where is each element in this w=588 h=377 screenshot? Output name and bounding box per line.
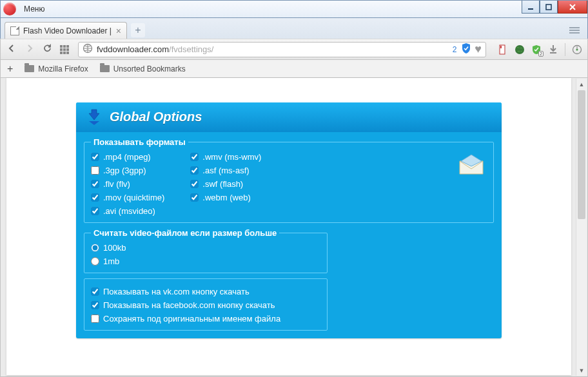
format2-2[interactable]: .swf (flash): [190, 179, 261, 189]
format-2-input[interactable]: [91, 180, 99, 188]
format-4-label: .avi (msvideo): [103, 206, 155, 216]
reload-button[interactable]: [42, 44, 54, 55]
format2-1-label: .asf (ms-asf): [202, 166, 249, 175]
format-3-input[interactable]: [91, 193, 99, 202]
size-fieldset: Считать video-файлом если размер больше …: [84, 228, 328, 273]
sync-icon[interactable]: [572, 44, 582, 55]
format2-0[interactable]: .wmv (ms-wmv): [190, 152, 261, 162]
back-button[interactable]: [6, 44, 17, 55]
scroll-up-arrow[interactable]: ▲: [576, 79, 587, 90]
misc-2-label: Сохранять под оригинальным именем файла: [103, 314, 280, 324]
settings-panel: Global Options Показывать форматы .mp4 (…: [76, 102, 502, 338]
misc-0[interactable]: Показывать на vk.com кнопку скачать: [91, 287, 320, 296]
format2-0-input[interactable]: [190, 153, 199, 161]
download-arrow-icon: [85, 108, 103, 126]
svg-rect-1: [546, 5, 551, 10]
misc-fieldset: Показывать на vk.com кнопку скачатьПоказ…: [84, 278, 328, 331]
window-maximize-button[interactable]: [540, 1, 558, 14]
window-close-button[interactable]: [558, 1, 587, 14]
misc-1-label: Показывать на facebook.com кнопку скачат…: [103, 300, 275, 310]
opera-menu-button[interactable]: [3, 3, 16, 15]
misc-1-input[interactable]: [91, 301, 99, 309]
svg-rect-4: [500, 46, 502, 48]
url-text: fvddownloader.com/fvdsettings/: [97, 44, 449, 54]
size-0-label: 100kb: [103, 243, 126, 253]
new-tab-button[interactable]: +: [131, 23, 145, 37]
bookmark-heart-icon[interactable]: ♥: [475, 43, 482, 56]
navigation-bar: fvddownloader.com/fvdsettings/ 2 ♥ 2: [0, 39, 588, 60]
forward-button[interactable]: [24, 44, 35, 55]
browser-tab[interactable]: Flash Video Downloader | ×: [5, 22, 127, 39]
size-1[interactable]: 1mb: [91, 256, 320, 266]
format-3[interactable]: .mov (quicktime): [91, 193, 164, 202]
bookmarks-bar: + Mozilla Firefox Unsorted Bookmarks: [0, 60, 588, 78]
format2-0-label: .wmv (ms-wmv): [202, 152, 261, 162]
extension-icon-shield[interactable]: 2: [531, 44, 542, 55]
window-titlebar: Меню: [0, 0, 588, 18]
size-legend: Считать video-файлом если размер больше: [91, 228, 279, 238]
bookmark-folder-2[interactable]: Unsorted Bookmarks: [100, 64, 186, 73]
bookmark-folder-1[interactable]: Mozilla Firefox: [24, 64, 88, 73]
extension-badge: 2: [538, 51, 544, 57]
format-1-input[interactable]: [91, 166, 99, 175]
format2-1[interactable]: .asf (ms-asf): [190, 166, 261, 175]
format-3-label: .mov (quicktime): [103, 193, 164, 202]
format2-3-label: .webm (web): [202, 193, 250, 202]
menu-label[interactable]: Меню: [19, 3, 50, 15]
folder-icon: [24, 65, 34, 72]
format-1[interactable]: .3gp (3gpp): [91, 166, 164, 175]
extension-icon-1[interactable]: [498, 44, 508, 55]
misc-2[interactable]: Сохранять под оригинальным именем файла: [91, 314, 320, 324]
size-0-input[interactable]: [91, 244, 99, 252]
formats-fieldset: Показывать форматы .mp4 (mpeg).3gp (3gpp…: [84, 137, 494, 223]
downloads-icon[interactable]: [548, 44, 558, 55]
svg-rect-6: [550, 52, 556, 53]
size-1-input[interactable]: [91, 257, 99, 266]
tab-strip: Flash Video Downloader | × +: [0, 18, 588, 39]
tab-close-button[interactable]: ×: [116, 26, 121, 36]
format-4[interactable]: .avi (msvideo): [91, 206, 164, 216]
speed-dial-button[interactable]: [60, 45, 72, 54]
scroll-thumb[interactable]: [578, 90, 585, 219]
browser-viewport: Global Options Показывать форматы .mp4 (…: [0, 78, 588, 377]
panel-header: Global Options: [76, 102, 502, 132]
format2-3[interactable]: .webm (web): [190, 193, 261, 202]
format-2-label: .flv (flv): [103, 179, 130, 189]
svg-rect-0: [528, 8, 533, 10]
format-0-label: .mp4 (mpeg): [103, 152, 151, 162]
format2-2-input[interactable]: [190, 180, 199, 188]
mail-icon[interactable]: [457, 153, 485, 175]
format2-2-label: .swf (flash): [202, 179, 243, 189]
formats-legend: Показывать форматы: [91, 137, 188, 147]
misc-0-input[interactable]: [91, 287, 99, 296]
size-1-label: 1mb: [103, 256, 119, 266]
address-bar[interactable]: fvddownloader.com/fvdsettings/ 2 ♥: [78, 42, 486, 57]
scroll-down-arrow[interactable]: ▼: [576, 365, 587, 376]
tab-menu-button[interactable]: [569, 26, 580, 35]
globe-icon: [83, 43, 93, 55]
misc-1[interactable]: Показывать на facebook.com кнопку скачат…: [91, 300, 320, 310]
security-badge-count: 2: [453, 45, 457, 54]
folder-icon: [100, 65, 110, 72]
page-content: Global Options Показывать форматы .mp4 (…: [6, 78, 571, 375]
format-4-input[interactable]: [91, 207, 99, 215]
tab-title: Flash Video Downloader |: [23, 26, 112, 35]
format2-1-input[interactable]: [190, 166, 199, 175]
extension-icon-globe[interactable]: [514, 44, 525, 55]
svg-point-5: [515, 45, 524, 54]
format-0[interactable]: .mp4 (mpeg): [91, 152, 164, 162]
page-icon: [10, 26, 19, 35]
vertical-scrollbar[interactable]: ▲ ▼: [576, 79, 587, 376]
format-1-label: .3gp (3gpp): [103, 166, 146, 175]
shield-icon[interactable]: [462, 43, 471, 55]
size-0[interactable]: 100kb: [91, 243, 320, 253]
misc-2-input[interactable]: [91, 314, 99, 323]
misc-0-label: Показывать на vk.com кнопку скачать: [103, 287, 250, 296]
add-bookmark-button[interactable]: +: [7, 63, 13, 75]
window-minimize-button[interactable]: [522, 1, 540, 14]
format-0-input[interactable]: [91, 153, 99, 161]
format-2[interactable]: .flv (flv): [91, 179, 164, 189]
panel-title: Global Options: [110, 110, 202, 124]
format2-3-input[interactable]: [190, 193, 199, 202]
